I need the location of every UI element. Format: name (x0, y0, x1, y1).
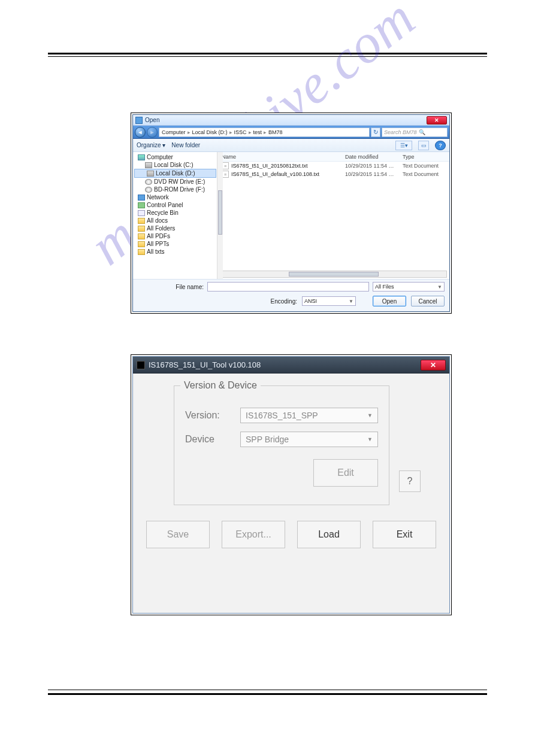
comp-icon (138, 154, 145, 160)
tool-titlebar: IS1678S_151_UI_Tool v100.108 ✕ (133, 357, 449, 374)
device-value: SPP Bridge (246, 435, 289, 444)
view-mode-button[interactable]: ☰▾ (395, 141, 412, 150)
organize-menu[interactable]: Organize ▾ (137, 142, 165, 148)
file-type: Text Document (403, 171, 449, 177)
chevron-down-icon: ▼ (367, 412, 373, 418)
horizontal-scrollbar[interactable] (220, 271, 447, 278)
device-combo[interactable]: SPP Bridge ▼ (240, 432, 378, 447)
tree-item-label: BD-ROM Drive (F:) (154, 186, 205, 193)
close-button[interactable]: ✕ (427, 116, 447, 125)
breadcrumb-seg[interactable]: test (253, 129, 262, 135)
back-button[interactable]: ◄ (135, 127, 146, 138)
col-type[interactable]: Type (403, 154, 449, 160)
save-button[interactable]: Save (146, 521, 210, 548)
breadcrumb-seg[interactable]: Computer (162, 129, 186, 135)
open-button[interactable]: Open (373, 296, 406, 306)
dvd-icon (145, 179, 152, 185)
col-date[interactable]: Date modified (345, 154, 403, 160)
file-row[interactable]: ≡IS678S_t51_UI_20150812txt.txt10/29/2015… (218, 162, 449, 170)
tree-item-label: Control Panel (147, 202, 183, 208)
export-button[interactable]: Export... (222, 521, 285, 548)
tree-item[interactable]: Recycle Bin (133, 209, 217, 217)
cp-icon (138, 202, 145, 208)
device-label: Device (185, 434, 232, 445)
file-name: IS678S_t51_UI_20150812txt.txt (231, 163, 345, 169)
tree-item[interactable]: Local Disk (C:) (133, 161, 217, 169)
tree-item[interactable]: Network (133, 193, 217, 201)
preview-pane-button[interactable]: ▭ (418, 141, 429, 150)
app-icon (137, 361, 145, 369)
tree-item[interactable]: Computer (133, 153, 217, 161)
tree-item[interactable]: All Folders (133, 224, 217, 232)
open-file-dialog-screenshot: Open ✕ ◄ ► Computer▸ Local Disk (D:)▸ IS… (131, 113, 452, 314)
col-name[interactable]: Name (218, 154, 345, 160)
fold-icon (138, 233, 145, 239)
help-button[interactable]: ? (435, 141, 446, 150)
tree-item-label: Recycle Bin (147, 210, 179, 216)
folder-tree[interactable]: ComputerLocal Disk (C:)Local Disk (D:)DV… (133, 152, 218, 279)
breadcrumb[interactable]: Computer▸ Local Disk (D:)▸ ISSC▸ test▸ B… (159, 127, 370, 137)
refresh-button[interactable]: ↻ (371, 127, 380, 137)
edit-button[interactable]: Edit (313, 459, 378, 487)
breadcrumb-seg[interactable]: BM78 (268, 129, 283, 135)
breadcrumb-seg[interactable]: ISSC (234, 129, 247, 135)
ui-tool-screenshot: IS1678S_151_UI_Tool v100.108 ✕ Version &… (131, 354, 452, 615)
toolbar: Organize ▾ New folder ☰▾ ▭ ? (133, 139, 449, 152)
file-filter-value: All Files (375, 284, 394, 290)
exit-button[interactable]: Exit (373, 521, 436, 548)
version-label: Version: (185, 410, 232, 421)
tree-item[interactable]: Local Disk (D:) (134, 169, 216, 178)
tree-item-label: DVD RW Drive (E:) (154, 178, 205, 185)
breadcrumb-seg[interactable]: Local Disk (D:) (192, 129, 228, 135)
search-icon: 🔍 (419, 129, 425, 135)
column-headers[interactable]: Name Date modified Type (218, 152, 449, 162)
tool-window-title: IS1678S_151_UI_Tool v100.108 (149, 360, 261, 369)
help-button[interactable]: ? (399, 470, 421, 492)
file-list-pane[interactable]: Name Date modified Type ≡IS678S_t51_UI_2… (218, 152, 449, 279)
version-device-group: Version & Device Version: IS1678S_151_SP… (174, 385, 389, 505)
tree-item[interactable]: BD-ROM Drive (F:) (133, 186, 217, 193)
tree-item-label: Network (147, 194, 169, 201)
tree-item[interactable]: DVD RW Drive (E:) (133, 178, 217, 186)
search-input[interactable]: Search BM78 🔍 (382, 127, 448, 137)
file-date: 10/29/2015 11:54 … (345, 163, 403, 169)
close-button[interactable]: ✕ (421, 360, 446, 371)
load-button[interactable]: Load (297, 521, 361, 548)
tree-item[interactable]: All txts (133, 248, 217, 256)
disk-icon (145, 162, 152, 168)
tree-item[interactable]: All PPTs (133, 240, 217, 248)
tree-item-label: All docs (147, 217, 168, 224)
dvd-icon (145, 187, 152, 193)
file-date: 10/29/2015 11:54 … (345, 171, 403, 177)
tree-item-label: All PPTs (147, 241, 169, 247)
encoding-label: Encoding: (271, 298, 297, 305)
new-folder-button[interactable]: New folder (171, 142, 200, 148)
fold-icon (138, 218, 145, 224)
file-type: Text Document (403, 163, 449, 169)
tree-item[interactable]: All docs (133, 217, 217, 224)
file-row[interactable]: ≡IS678S_t51_UI_default_v100.108.txt10/29… (218, 170, 449, 178)
tree-item-label: All PDFs (147, 233, 170, 239)
chevron-down-icon: ▼ (367, 436, 373, 442)
fold-icon (138, 249, 145, 255)
navigation-bar: ◄ ► Computer▸ Local Disk (D:)▸ ISSC▸ tes… (133, 126, 449, 139)
file-filter-combo[interactable]: All Files ▼ (373, 282, 445, 292)
forward-button[interactable]: ► (147, 127, 158, 138)
tree-item[interactable]: All PDFs (133, 232, 217, 240)
tree-item[interactable]: Control Panel (133, 201, 217, 209)
file-name: IS678S_t51_UI_default_v100.108.txt (231, 171, 345, 177)
encoding-combo[interactable]: ANSI ▼ (302, 296, 356, 306)
search-placeholder: Search BM78 (384, 129, 417, 135)
fold-icon (138, 226, 145, 232)
version-combo[interactable]: IS1678S_151_SPP ▼ (240, 408, 378, 423)
cancel-button[interactable]: Cancel (411, 296, 445, 306)
tree-item-label: Local Disk (C:) (154, 162, 194, 168)
tree-scrollbar[interactable] (217, 152, 223, 279)
version-value: IS1678S_151_SPP (246, 411, 318, 420)
filename-input[interactable] (207, 282, 369, 292)
disk-icon (147, 171, 154, 177)
tree-item-label: Computer (147, 154, 173, 160)
tree-item-label: All txts (147, 248, 164, 255)
filename-label: File name: (138, 284, 204, 290)
tree-item-label: All Folders (147, 225, 175, 232)
